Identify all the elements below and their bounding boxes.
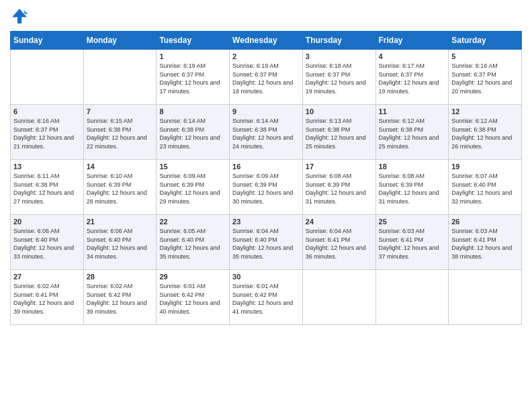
day-number: 1 <box>159 52 226 60</box>
day-number: 5 <box>451 52 519 60</box>
calendar-week-4: 20Sunrise: 6:06 AM Sunset: 6:40 PM Dayli… <box>11 215 522 270</box>
day-info: Sunrise: 6:01 AM Sunset: 6:42 PM Dayligh… <box>232 282 300 316</box>
day-info: Sunrise: 6:02 AM Sunset: 6:41 PM Dayligh… <box>13 282 81 316</box>
day-number: 16 <box>232 163 300 171</box>
header-day-monday: Monday <box>83 32 157 50</box>
day-number: 13 <box>13 163 81 171</box>
day-info: Sunrise: 6:12 AM Sunset: 6:38 PM Dayligh… <box>379 117 446 150</box>
day-info: Sunrise: 6:17 AM Sunset: 6:37 PM Dayligh… <box>379 62 446 95</box>
day-info: Sunrise: 6:14 AM Sunset: 6:38 PM Dayligh… <box>232 117 300 150</box>
day-number: 28 <box>87 273 154 281</box>
header <box>10 7 522 26</box>
calendar-cell: 9Sunrise: 6:14 AM Sunset: 6:38 PM Daylig… <box>230 105 303 160</box>
day-info: Sunrise: 6:03 AM Sunset: 6:41 PM Dayligh… <box>451 227 519 261</box>
calendar-cell <box>449 270 522 325</box>
calendar-cell: 18Sunrise: 6:08 AM Sunset: 6:39 PM Dayli… <box>375 160 449 215</box>
day-info: Sunrise: 6:03 AM Sunset: 6:41 PM Dayligh… <box>379 227 446 261</box>
header-day-thursday: Thursday <box>302 32 375 50</box>
day-number: 27 <box>13 273 81 281</box>
day-number: 25 <box>379 218 446 226</box>
calendar-week-2: 6Sunrise: 6:16 AM Sunset: 6:37 PM Daylig… <box>11 105 522 160</box>
calendar-header: SundayMondayTuesdayWednesdayThursdayFrid… <box>11 32 522 50</box>
calendar-cell: 30Sunrise: 6:01 AM Sunset: 6:42 PM Dayli… <box>230 270 303 325</box>
header-row: SundayMondayTuesdayWednesdayThursdayFrid… <box>11 32 522 50</box>
calendar-cell: 10Sunrise: 6:13 AM Sunset: 6:38 PM Dayli… <box>302 105 375 160</box>
calendar-cell: 28Sunrise: 6:02 AM Sunset: 6:42 PM Dayli… <box>83 270 157 325</box>
calendar-cell: 7Sunrise: 6:15 AM Sunset: 6:38 PM Daylig… <box>83 105 157 160</box>
day-info: Sunrise: 6:15 AM Sunset: 6:38 PM Dayligh… <box>87 117 154 150</box>
logo <box>10 7 32 26</box>
day-number: 26 <box>451 218 519 226</box>
calendar-cell: 8Sunrise: 6:14 AM Sunset: 6:38 PM Daylig… <box>157 105 230 160</box>
day-number: 17 <box>306 163 373 171</box>
day-number: 15 <box>159 163 226 171</box>
calendar-week-1: 1Sunrise: 6:19 AM Sunset: 6:37 PM Daylig… <box>11 50 522 105</box>
calendar-cell: 13Sunrise: 6:11 AM Sunset: 6:38 PM Dayli… <box>11 160 84 215</box>
calendar-cell: 1Sunrise: 6:19 AM Sunset: 6:37 PM Daylig… <box>157 50 230 105</box>
day-info: Sunrise: 6:02 AM Sunset: 6:42 PM Dayligh… <box>87 282 154 316</box>
day-number: 30 <box>232 273 300 281</box>
calendar-cell: 15Sunrise: 6:09 AM Sunset: 6:39 PM Dayli… <box>157 160 230 215</box>
day-number: 29 <box>159 273 226 281</box>
day-number: 21 <box>87 218 154 226</box>
page: SundayMondayTuesdayWednesdayThursdayFrid… <box>0 0 532 411</box>
calendar-cell: 5Sunrise: 6:16 AM Sunset: 6:37 PM Daylig… <box>449 50 522 105</box>
day-info: Sunrise: 6:19 AM Sunset: 6:37 PM Dayligh… <box>232 62 300 95</box>
header-day-wednesday: Wednesday <box>230 32 303 50</box>
calendar-cell: 12Sunrise: 6:12 AM Sunset: 6:38 PM Dayli… <box>449 105 522 160</box>
calendar-cell <box>375 270 449 325</box>
calendar-cell: 2Sunrise: 6:19 AM Sunset: 6:37 PM Daylig… <box>230 50 303 105</box>
calendar-cell: 14Sunrise: 6:10 AM Sunset: 6:39 PM Dayli… <box>83 160 157 215</box>
day-number: 10 <box>306 107 373 116</box>
day-number: 23 <box>232 218 300 226</box>
calendar-cell: 29Sunrise: 6:01 AM Sunset: 6:42 PM Dayli… <box>157 270 230 325</box>
calendar-cell: 23Sunrise: 6:04 AM Sunset: 6:40 PM Dayli… <box>230 215 303 270</box>
day-info: Sunrise: 6:13 AM Sunset: 6:38 PM Dayligh… <box>306 117 373 150</box>
calendar-week-3: 13Sunrise: 6:11 AM Sunset: 6:38 PM Dayli… <box>11 160 522 215</box>
day-number: 24 <box>306 218 373 226</box>
calendar-cell <box>11 50 84 105</box>
day-number: 4 <box>379 52 446 60</box>
calendar-cell: 27Sunrise: 6:02 AM Sunset: 6:41 PM Dayli… <box>11 270 84 325</box>
svg-marker-1 <box>24 10 28 14</box>
day-number: 6 <box>13 107 81 116</box>
calendar-cell: 22Sunrise: 6:05 AM Sunset: 6:40 PM Dayli… <box>157 215 230 270</box>
day-number: 22 <box>159 218 226 226</box>
header-day-sunday: Sunday <box>11 32 84 50</box>
day-info: Sunrise: 6:14 AM Sunset: 6:38 PM Dayligh… <box>159 117 226 150</box>
calendar-week-5: 27Sunrise: 6:02 AM Sunset: 6:41 PM Dayli… <box>11 270 522 325</box>
calendar-table: SundayMondayTuesdayWednesdayThursdayFrid… <box>10 31 522 325</box>
day-info: Sunrise: 6:10 AM Sunset: 6:39 PM Dayligh… <box>87 172 154 205</box>
day-number: 20 <box>13 218 81 226</box>
day-info: Sunrise: 6:05 AM Sunset: 6:40 PM Dayligh… <box>159 227 226 261</box>
calendar-cell: 21Sunrise: 6:06 AM Sunset: 6:40 PM Dayli… <box>83 215 157 270</box>
header-day-friday: Friday <box>375 32 449 50</box>
day-info: Sunrise: 6:08 AM Sunset: 6:39 PM Dayligh… <box>379 172 446 205</box>
calendar-cell: 4Sunrise: 6:17 AM Sunset: 6:37 PM Daylig… <box>375 50 449 105</box>
calendar-cell: 3Sunrise: 6:18 AM Sunset: 6:37 PM Daylig… <box>302 50 375 105</box>
day-info: Sunrise: 6:04 AM Sunset: 6:40 PM Dayligh… <box>232 227 300 261</box>
header-day-saturday: Saturday <box>449 32 522 50</box>
day-info: Sunrise: 6:12 AM Sunset: 6:38 PM Dayligh… <box>451 117 519 150</box>
calendar-cell: 26Sunrise: 6:03 AM Sunset: 6:41 PM Dayli… <box>449 215 522 270</box>
calendar-cell: 19Sunrise: 6:07 AM Sunset: 6:40 PM Dayli… <box>449 160 522 215</box>
day-info: Sunrise: 6:06 AM Sunset: 6:40 PM Dayligh… <box>13 227 81 261</box>
calendar-cell: 20Sunrise: 6:06 AM Sunset: 6:40 PM Dayli… <box>11 215 84 270</box>
calendar-body: 1Sunrise: 6:19 AM Sunset: 6:37 PM Daylig… <box>11 50 522 325</box>
day-info: Sunrise: 6:11 AM Sunset: 6:38 PM Dayligh… <box>13 172 81 205</box>
calendar-cell <box>83 50 157 105</box>
calendar-cell: 16Sunrise: 6:09 AM Sunset: 6:39 PM Dayli… <box>230 160 303 215</box>
day-number: 12 <box>451 107 519 116</box>
day-info: Sunrise: 6:01 AM Sunset: 6:42 PM Dayligh… <box>159 282 226 316</box>
day-info: Sunrise: 6:09 AM Sunset: 6:39 PM Dayligh… <box>159 172 226 205</box>
calendar-cell: 17Sunrise: 6:08 AM Sunset: 6:39 PM Dayli… <box>302 160 375 215</box>
calendar-cell: 24Sunrise: 6:04 AM Sunset: 6:41 PM Dayli… <box>302 215 375 270</box>
day-number: 3 <box>306 52 373 60</box>
day-number: 18 <box>379 163 446 171</box>
day-info: Sunrise: 6:04 AM Sunset: 6:41 PM Dayligh… <box>306 227 373 261</box>
day-info: Sunrise: 6:16 AM Sunset: 6:37 PM Dayligh… <box>451 62 519 95</box>
day-info: Sunrise: 6:18 AM Sunset: 6:37 PM Dayligh… <box>306 62 373 95</box>
day-info: Sunrise: 6:07 AM Sunset: 6:40 PM Dayligh… <box>451 172 519 205</box>
day-info: Sunrise: 6:06 AM Sunset: 6:40 PM Dayligh… <box>87 227 154 261</box>
day-info: Sunrise: 6:19 AM Sunset: 6:37 PM Dayligh… <box>159 62 226 95</box>
